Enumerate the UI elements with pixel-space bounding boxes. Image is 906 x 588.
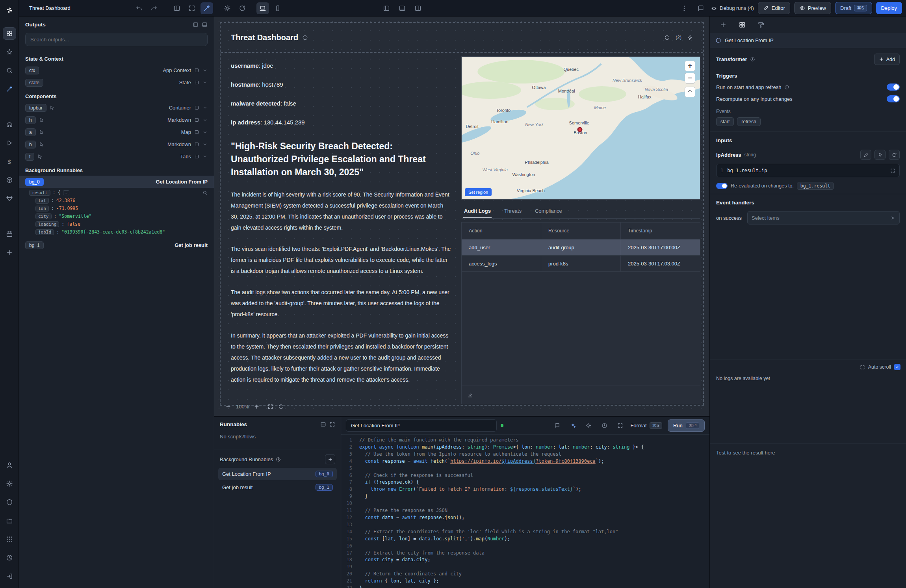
outputs-search-input[interactable] — [30, 37, 202, 43]
recompute-refresh-icon[interactable] — [664, 35, 670, 41]
column-header-timestamp[interactable]: Timestamp — [621, 223, 700, 239]
connect-input-button[interactable] — [874, 150, 886, 160]
collapse-panel-icon[interactable] — [202, 22, 208, 28]
result-root-row[interactable]: result : { - — [29, 189, 208, 197]
rail-item-search[interactable] — [3, 64, 16, 77]
expand-panel-icon[interactable] — [329, 421, 335, 427]
recompute-toggle[interactable] — [887, 95, 900, 102]
rail-item-account[interactable] — [3, 459, 16, 471]
toggle-left-panel-button[interactable] — [380, 2, 393, 14]
draft-button[interactable]: Draft⌘S — [835, 2, 872, 14]
settings-tab[interactable] — [736, 19, 748, 31]
format-button[interactable]: Format⌘S — [630, 422, 662, 429]
on-success-select[interactable]: Select items — [747, 211, 900, 224]
json-field-loading[interactable]: loading:false — [29, 220, 208, 228]
style-tab[interactable] — [755, 19, 767, 31]
map-fit-bounds-button[interactable] — [685, 87, 695, 97]
json-field-lon[interactable]: lon:-71.0995 — [29, 204, 208, 212]
more-menu-button[interactable] — [678, 2, 691, 14]
rail-item-assets[interactable] — [3, 192, 16, 205]
edit-input-button[interactable] — [860, 150, 871, 160]
tab-threats[interactable]: Threats — [503, 206, 522, 218]
input-expression-editor[interactable]: 1 bg_1.result.ip — [716, 164, 900, 177]
deploy-button[interactable]: Deploy — [876, 2, 902, 14]
map-marker[interactable] — [577, 127, 583, 132]
set-region-button[interactable]: Set region — [465, 188, 492, 196]
split-columns-button[interactable] — [171, 2, 183, 14]
add-background-runnable-button[interactable] — [325, 454, 335, 464]
refresh-app-button[interactable] — [236, 2, 249, 14]
tab-compliance[interactable]: Compliance — [534, 206, 563, 218]
output-row-h[interactable]: hMarkdown — [19, 114, 214, 126]
reset-zoom-icon[interactable] — [278, 404, 284, 410]
reset-input-button[interactable] — [889, 150, 900, 160]
rail-item-home[interactable] — [3, 118, 16, 131]
runnable-name-input[interactable] — [346, 419, 497, 432]
debug-runs-button[interactable]: Debug runs (4) — [711, 5, 754, 11]
app-logo[interactable] — [3, 4, 16, 17]
close-icon[interactable] — [890, 215, 895, 221]
run-on-start-toggle[interactable] — [887, 83, 900, 91]
output-row-state[interactable]: stateState — [19, 76, 214, 89]
rail-item-favorites[interactable] — [3, 46, 16, 58]
event-chip-start[interactable]: start — [716, 117, 734, 126]
json-field-lat[interactable]: lat:42.3876 — [29, 197, 208, 204]
rail-item-resources[interactable] — [3, 174, 16, 186]
rail-item-audit[interactable] — [3, 551, 16, 564]
rail-item-apps[interactable] — [3, 27, 16, 40]
column-header-action[interactable]: Action — [462, 223, 541, 239]
runnable-item-bg_1[interactable]: Get job resultbg_1 — [218, 481, 337, 493]
ai-generate-button[interactable] — [566, 420, 579, 432]
table-row[interactable]: add_useraudit-group2025-03-30T17:00:00Z — [462, 239, 700, 256]
rail-item-add[interactable] — [3, 246, 16, 259]
dock-panel-icon[interactable] — [320, 421, 326, 427]
json-field-jobId[interactable]: jobId:"0199390f-2843-ceac-dc03-cf8b242a1… — [29, 228, 208, 236]
output-row-b[interactable]: bMarkdown — [19, 138, 214, 150]
reeval-toggle[interactable] — [716, 183, 728, 189]
rail-item-folders[interactable] — [3, 514, 16, 527]
rail-item-ai[interactable] — [3, 83, 16, 95]
json-field-city[interactable]: city:"Somerville" — [29, 212, 208, 220]
output-row-a[interactable]: aMap — [19, 126, 214, 138]
fit-canvas-icon[interactable] — [267, 404, 273, 410]
editor-settings-button[interactable] — [582, 420, 595, 432]
collapse-toggle[interactable]: - — [63, 190, 69, 195]
run-button[interactable]: Run⌘⏎ — [668, 419, 705, 432]
runnable-item-bg_0[interactable]: Get Location From IPbg_0 — [218, 468, 337, 480]
editor-button[interactable]: Editor — [758, 2, 790, 14]
rail-item-settings[interactable] — [3, 477, 16, 490]
zoom-out-icon[interactable] — [225, 404, 231, 410]
reeval-dependency-chip[interactable]: bg_1.result — [797, 182, 834, 190]
tab-audit-logs[interactable]: Audit Logs — [463, 206, 492, 218]
fullscreen-button[interactable] — [186, 2, 198, 14]
add-transformer-button[interactable]: Add — [874, 54, 900, 65]
expand-icon[interactable] — [860, 365, 865, 370]
expand-icon[interactable] — [890, 168, 895, 173]
map-zoom-in-button[interactable]: + — [685, 61, 695, 71]
output-row-ctx[interactable]: ctxApp Context — [19, 64, 214, 76]
rail-item-groups[interactable] — [3, 533, 16, 545]
map-component[interactable]: QuébecNew BrunswickNova ScotiaHalifaxMai… — [462, 57, 700, 199]
toggle-right-panel-button[interactable] — [412, 2, 424, 14]
topbar-component[interactable]: Threat Dashboard (2) — [221, 23, 703, 53]
rail-item-runs[interactable] — [3, 137, 16, 149]
expand-editor-button[interactable] — [614, 420, 626, 432]
autoscroll-checkbox[interactable]: ✓ — [894, 364, 900, 370]
ai-assistant-button[interactable] — [201, 2, 213, 14]
docs-button[interactable] — [694, 2, 707, 14]
rail-item-variables[interactable]: $ — [3, 155, 16, 168]
history-button[interactable] — [598, 420, 611, 432]
search-icon[interactable] — [202, 190, 208, 195]
app-canvas[interactable]: Threat Dashboard (2) username: jdoehostn… — [214, 17, 710, 416]
light-theme-button[interactable] — [221, 2, 234, 14]
redo-button[interactable] — [148, 2, 160, 14]
rail-item-schedules[interactable] — [3, 228, 16, 240]
column-header-resource[interactable]: Resource — [541, 223, 621, 239]
zoom-in-icon[interactable] — [254, 404, 260, 410]
dock-panel-icon[interactable] — [193, 22, 199, 28]
desktop-view-button[interactable] — [256, 2, 269, 14]
runnable-row-bg_1[interactable]: bg_1 Get job result — [19, 239, 214, 251]
map-zoom-out-button[interactable]: − — [685, 73, 695, 83]
insert-component-tab[interactable] — [717, 19, 730, 31]
markdown-component[interactable]: username: jdoehostname: host789malware d… — [221, 57, 462, 405]
